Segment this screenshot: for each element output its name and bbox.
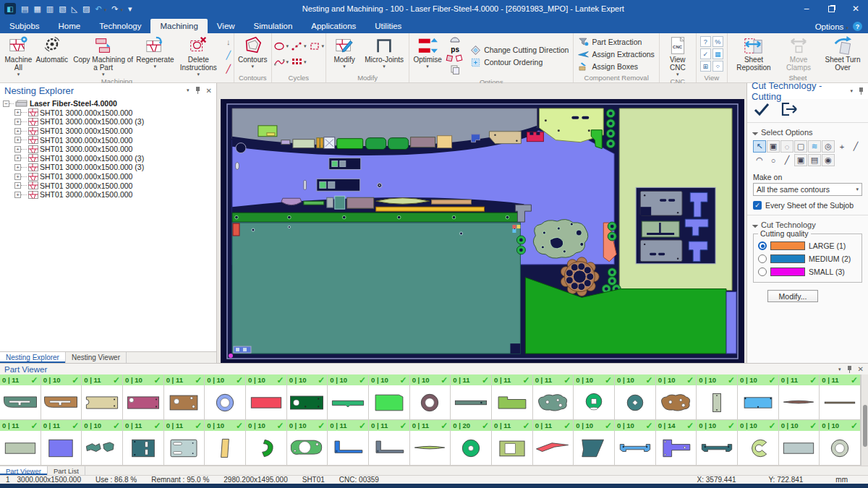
part-viewer-scrollbar[interactable] bbox=[861, 374, 868, 466]
radio-icon[interactable] bbox=[758, 267, 767, 276]
part-cell-r1c9[interactable]: 0 | 10✓ bbox=[328, 374, 369, 420]
automatic-button[interactable]: Automatic bbox=[35, 34, 69, 77]
exit-icon[interactable] bbox=[780, 102, 799, 118]
pin-icon[interactable] bbox=[195, 87, 200, 94]
protractor-icon[interactable]: ps bbox=[446, 35, 464, 54]
undo-icon[interactable]: ↶ ▾ bbox=[95, 4, 107, 14]
modify-quality-button[interactable]: Modify... bbox=[767, 290, 818, 302]
tree-item-sheet-7[interactable]: +SHT01 3000.000x1500.000 (3) bbox=[0, 163, 216, 172]
tree-item-sheet-5[interactable]: +SHT01 3000.000x1500.000 bbox=[0, 145, 216, 154]
line-icon[interactable]: ╱ bbox=[780, 154, 793, 166]
cycle-spline-icon[interactable]: ▾ bbox=[273, 54, 289, 70]
app-logo-icon[interactable]: ◧ bbox=[4, 3, 16, 14]
nesting-canvas[interactable] bbox=[221, 99, 744, 364]
arrow-down-icon[interactable]: ↓ bbox=[226, 38, 231, 47]
part-cell-r1c11[interactable]: 0 | 10✓ bbox=[410, 374, 451, 420]
panel-menu-icon[interactable]: ▾ bbox=[850, 88, 853, 94]
redo-icon[interactable]: ↷ ▾ bbox=[111, 4, 123, 14]
make-on-select[interactable]: All the same contours ▾ bbox=[753, 183, 862, 196]
part-cell-r2c16[interactable]: 0 | 10✓ bbox=[615, 420, 656, 466]
radio-icon[interactable] bbox=[758, 241, 767, 250]
view-check-icon[interactable]: ✓ bbox=[700, 48, 711, 59]
part-cell-r2c15[interactable]: 0 | 10✓ bbox=[574, 420, 615, 466]
panel-close-icon[interactable]: ✕ bbox=[206, 87, 212, 95]
contours-button[interactable]: Contours▾ bbox=[236, 34, 270, 74]
part-cell-r2c7[interactable]: 0 | 10✓ bbox=[246, 420, 287, 466]
part-cell-r1c16[interactable]: 0 | 10✓ bbox=[615, 374, 656, 420]
expand-expander-icon[interactable]: + bbox=[14, 146, 21, 153]
part-cell-r1c6[interactable]: 0 | 10✓ bbox=[205, 374, 246, 420]
assign-extractions-button[interactable]: Assign Extractions bbox=[575, 48, 657, 60]
part-cell-r1c8[interactable]: 0 | 10✓ bbox=[287, 374, 328, 420]
circle-icon[interactable]: ○ bbox=[767, 154, 780, 166]
expand-expander-icon[interactable]: + bbox=[14, 174, 21, 180]
minimize-button[interactable]: – bbox=[794, 0, 819, 17]
cycle-ellipse-icon[interactable]: ▾ bbox=[273, 38, 289, 54]
expand-expander-icon[interactable]: + bbox=[14, 182, 21, 189]
part-cell-r2c20[interactable]: 0 | 10✓ bbox=[779, 420, 820, 466]
part-cell-r2c2[interactable]: 0 | 11✓ bbox=[41, 420, 82, 466]
part-cell-r1c14[interactable]: 0 | 11✓ bbox=[533, 374, 574, 420]
measure-icon[interactable]: ◺ bbox=[72, 4, 77, 14]
part-cell-r1c12[interactable]: 0 | 11✓ bbox=[451, 374, 492, 420]
panel-menu-icon[interactable]: ▾ bbox=[838, 367, 841, 372]
print-icon[interactable]: ▥ bbox=[46, 4, 54, 14]
delete-instructions-button[interactable]: Delete Instructions▾ bbox=[172, 34, 224, 77]
checkbox-checked-icon[interactable]: ✓ bbox=[753, 201, 762, 210]
tab-home[interactable]: Home bbox=[49, 19, 90, 33]
micro-joints-button[interactable]: Micro-Joints▾ bbox=[361, 34, 407, 74]
tree-root[interactable]: −Laser Fiber-Steel-4.0000 bbox=[0, 99, 216, 108]
part-cell-r2c8[interactable]: 0 | 10✓ bbox=[287, 420, 328, 466]
modify-button[interactable]: Modify▾ bbox=[328, 34, 361, 74]
quality-radio-large[interactable]: LARGE (1) bbox=[758, 241, 857, 250]
filled-rect-icon[interactable]: ▣ bbox=[794, 154, 807, 166]
part-cell-r1c7[interactable]: 0 | 10✓ bbox=[246, 374, 287, 420]
rect-select-icon[interactable]: ▢ bbox=[794, 140, 807, 153]
part-cell-r1c5[interactable]: 0 | 11✓ bbox=[164, 374, 205, 420]
tree-item-sheet-6[interactable]: +SHT01 3000.000x1500.000 (3) bbox=[0, 154, 216, 163]
arc-icon[interactable]: ◠ bbox=[753, 154, 766, 166]
help-icon[interactable]: ? bbox=[853, 22, 862, 31]
copy-machining-button[interactable]: Copy Machining of a Part▾ bbox=[69, 34, 138, 77]
blue-lead-icon[interactable]: ╱ bbox=[226, 51, 231, 60]
assign-boxes-button[interactable]: Assign Boxes bbox=[575, 60, 657, 72]
cycle-point-line-icon[interactable]: ▾ bbox=[291, 38, 307, 54]
tree-item-sheet-4[interactable]: +SHT01 3000.000x1500.000 bbox=[0, 135, 216, 145]
optimise-button[interactable]: Optimise▾ bbox=[411, 34, 444, 78]
lasso-select-icon[interactable]: ◌ bbox=[780, 140, 793, 153]
tab-machining[interactable]: Machining bbox=[150, 19, 207, 33]
maximize-button[interactable] bbox=[819, 0, 843, 17]
close-button[interactable]: ✕ bbox=[843, 0, 868, 17]
part-cell-r1c13[interactable]: 0 | 11✓ bbox=[492, 374, 533, 420]
expand-expander-icon[interactable]: + bbox=[14, 137, 21, 143]
polyline-select-icon[interactable]: ≋ bbox=[808, 140, 821, 153]
part-cell-r2c3[interactable]: 0 | 10✓ bbox=[82, 420, 123, 466]
view-cnc-button[interactable]: CNC View CNC▾ bbox=[661, 34, 694, 77]
tree-item-sheet-10[interactable]: +SHT01 3000.000x1500.000 bbox=[0, 190, 216, 200]
options-menu[interactable]: Options ▾ bbox=[815, 22, 848, 31]
select-options-section[interactable]: Select Options bbox=[747, 123, 868, 140]
part-cell-r1c19[interactable]: 0 | 10✓ bbox=[738, 374, 779, 420]
save-icon[interactable]: ▦ bbox=[33, 4, 41, 14]
expand-expander-icon[interactable]: + bbox=[14, 164, 21, 171]
document-icon[interactable]: ▧ bbox=[59, 4, 66, 14]
tree-item-sheet-8[interactable]: +SHT01 3000.000x1500.000 bbox=[0, 172, 216, 181]
collapse-expander-icon[interactable]: − bbox=[3, 100, 9, 107]
pointer-select-icon[interactable]: ↖ bbox=[753, 140, 766, 153]
expand-expander-icon[interactable]: + bbox=[14, 192, 21, 198]
part-cell-r2c1[interactable]: 0 | 11✓ bbox=[0, 420, 41, 466]
view-percent-doc-icon[interactable]: % bbox=[712, 36, 723, 47]
regenerate-button[interactable]: Regenerate▾ bbox=[138, 34, 173, 77]
tree-item-sheet-1[interactable]: +SHT01 3000.000x1500.000 bbox=[0, 108, 216, 118]
sheet-turn-over-button[interactable]: Sheet Turn Over bbox=[819, 34, 867, 74]
part-cell-r1c10[interactable]: 0 | 10✓ bbox=[369, 374, 410, 420]
part-cell-r2c10[interactable]: 0 | 11✓ bbox=[369, 420, 410, 466]
tree-item-sheet-9[interactable]: +SHT01 3000.000x1500.000 bbox=[0, 181, 216, 190]
part-cell-r1c21[interactable]: 0 | 11✓ bbox=[820, 374, 861, 420]
plus-icon[interactable]: + bbox=[835, 140, 848, 153]
expand-expander-icon[interactable]: + bbox=[14, 119, 21, 125]
part-cell-r1c2[interactable]: 0 | 10✓ bbox=[41, 374, 82, 420]
apply-check-icon[interactable] bbox=[753, 102, 770, 118]
tab-utilities[interactable]: Utilities bbox=[365, 19, 411, 33]
part-cell-r2c5[interactable]: 0 | 11✓ bbox=[164, 420, 205, 466]
